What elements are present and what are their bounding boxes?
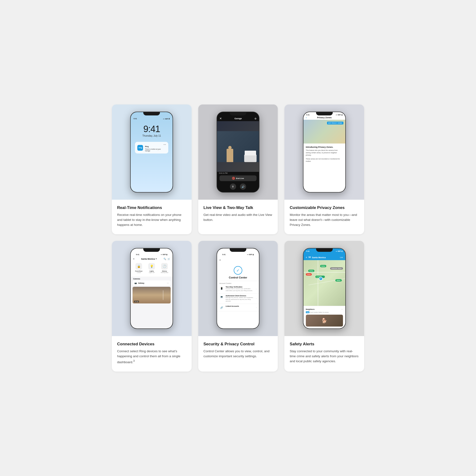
- safety-time: 9:41: [306, 250, 310, 252]
- footnote-marker: 3: [133, 359, 135, 362]
- card-image-notifications: 9:41 ▪▪▪ WiFi ▮ 9:41 Thursday, July 11: [112, 104, 192, 200]
- neighbors-options-icon[interactable]: ···: [341, 308, 343, 310]
- safety-left-nav: ≡ 🗺 Santa Monica: [306, 256, 326, 259]
- privacy-note-text: Exact location hidden for privacy: [310, 311, 329, 313]
- live-timestamp: 9:41:11 PM: [217, 172, 259, 174]
- search-icon[interactable]: 🔍: [164, 258, 166, 260]
- conn-device-list: 🔒 Front Door Locked 💡 Lights Lights Off: [133, 262, 170, 275]
- conn-location-label: Santa Monica ▼: [141, 258, 157, 260]
- authorized-content: Authorized Client Devices Manage the pho…: [226, 295, 254, 302]
- live-close-icon[interactable]: ✕: [220, 117, 222, 120]
- safety-hamburger-icon[interactable]: ≡: [306, 256, 307, 259]
- sec-time: 9:41: [222, 254, 226, 255]
- end-live-label: End Live: [236, 177, 244, 179]
- location-icon: ⊕: [320, 278, 322, 280]
- safety-badge-2: Safety: [308, 270, 315, 272]
- authorized-devices-row[interactable]: 💻 Authorized Client Devices Manage the p…: [217, 293, 259, 304]
- decor-line: [163, 290, 164, 300]
- card-image-live: ✕ Garage ⚙: [198, 104, 278, 200]
- card-desc-notifications: Receive real-time notifications on your …: [117, 213, 186, 227]
- map-background: Safety Safety Unknown Visitor Lost Pet 🐾…: [304, 260, 345, 306]
- camera-row[interactable]: 📷 Hallway ···: [133, 280, 171, 286]
- conn-top-bar: ≡ Santa Monica ▼ 🔍 🛒: [133, 257, 170, 260]
- safety-map-icon[interactable]: 🗺: [308, 256, 311, 259]
- dog-emoji: 🐕: [321, 318, 327, 323]
- person-figure: [227, 149, 233, 162]
- status-icons: ▪▪▪ WiFi ▮: [163, 118, 170, 120]
- conn-item-history[interactable]: 🕐 History Nothing New: [159, 263, 170, 273]
- speaker-button[interactable]: 🔊: [240, 184, 246, 190]
- frontdoor-icon: 🔒: [136, 263, 142, 270]
- sec-status-icons: ▪▪▪ WiFi ▮: [247, 254, 254, 255]
- cart-icon[interactable]: 🛒: [168, 258, 170, 260]
- safety-nav: ≡ 🗺 Santa Monica List: [306, 253, 343, 259]
- live-controls: 🎙 🔊: [217, 182, 259, 192]
- live-location-title: Garage: [235, 117, 242, 120]
- sec-ham-row: ≡: [220, 256, 256, 263]
- phone-icon-symbol: 📵: [232, 177, 235, 179]
- camera-options-icon[interactable]: ···: [167, 282, 169, 284]
- unknown-visitor-badge: Unknown Visitor: [330, 267, 343, 270]
- safety-badge-1: Safety: [320, 265, 326, 267]
- lights-icon: 💡: [148, 263, 155, 270]
- status-bar: 9:41 ▪▪▪ WiFi ▮: [131, 117, 172, 121]
- mute-button[interactable]: 🎙: [230, 184, 236, 190]
- notification-card: ring Ring now There is motion at your Ga…: [135, 142, 168, 153]
- camera-icon: 📷: [135, 282, 137, 284]
- phone-notch: [143, 112, 160, 116]
- card-desc-privacy: Monitor the areas that matter most to yo…: [290, 213, 359, 227]
- privacy-text-1: This feature lets you block the camera f…: [306, 149, 343, 156]
- authorized-arrow-icon: ›: [256, 298, 256, 300]
- neighbor-post-image: 🐕: [306, 315, 343, 326]
- shield-checkmark-icon: ✓: [234, 266, 242, 275]
- conn-status-icons: ▪▪▪ WiFi ▮: [161, 254, 167, 255]
- two-step-row[interactable]: 📱 Two-Step Verification Choose how to re…: [217, 285, 259, 293]
- conn-item-frontdoor[interactable]: 🔒 Front Door Locked: [134, 263, 144, 273]
- phone-live: ✕ Garage ⚙: [217, 112, 259, 192]
- phone-screen-privacy: 9:41 ▪▪▪ WiFi ▮ ‹ Privacy Zones EDIT PRI…: [304, 112, 345, 192]
- two-step-desc: Choose how to receive your verification …: [226, 288, 254, 292]
- end-live-button[interactable]: 📵 End Live: [220, 175, 256, 181]
- neighbors-section: Neighbors ··· ring Exact location hidden…: [304, 306, 345, 328]
- phone-screen-safety: 9:41 ▪▪▪ WiFi ▮ ≡ 🗺 Santa Monica: [304, 249, 345, 328]
- connected-screen: 9:41 ▪▪▪ WiFi ▮ ≡ Santa Monica ▼: [131, 249, 172, 328]
- phone-notch-safety: [316, 249, 333, 252]
- camera-thumbnail: 3s ago: [133, 287, 171, 304]
- lights-status: Lights Off: [149, 272, 154, 273]
- crime-badge: Crime: [306, 273, 312, 276]
- ring-logo-text: ring: [138, 147, 142, 149]
- safety-list-toggle[interactable]: List: [340, 256, 343, 258]
- hamburger-icon[interactable]: ≡: [133, 257, 135, 260]
- account-control-label: Account Control: [217, 281, 259, 285]
- sec-hamburger-icon[interactable]: ≡: [220, 259, 221, 261]
- two-step-content: Two-Step Verification Choose how to rece…: [226, 286, 254, 292]
- privacy-text-2: These areas are not recorded or monitore…: [306, 158, 343, 163]
- card-content-notifications: Real-Time Notifications Receive real-tim…: [112, 200, 192, 234]
- phone-connected: 9:41 ▪▪▪ WiFi ▮ ≡ Santa Monica ▼: [130, 248, 173, 329]
- linked-accounts-row[interactable]: 🔗 Linked Accounts ›: [217, 304, 259, 311]
- edit-privacy-zones-button[interactable]: EDIT PRIVACY ZONES: [327, 122, 343, 124]
- history-status: Nothing New: [161, 272, 169, 273]
- lock-screen-time: 9:41: [143, 124, 160, 134]
- phone-privacy: 9:41 ▪▪▪ WiFi ▮ ‹ Privacy Zones EDIT PRI…: [303, 112, 346, 192]
- camera-info: 📷 Hallway: [135, 282, 144, 284]
- card-image-connected: 9:41 ▪▪▪ WiFi ▮ ≡ Santa Monica ▼: [112, 241, 192, 336]
- dropdown-arrow-icon[interactable]: ▼: [155, 258, 157, 260]
- authorized-icon: 💻: [220, 295, 224, 299]
- card-connected-devices: 9:41 ▪▪▪ WiFi ▮ ≡ Santa Monica ▼: [112, 241, 192, 371]
- privacy-back-button[interactable]: ‹: [306, 116, 307, 119]
- authorized-title: Authorized Client Devices: [226, 295, 254, 297]
- live-person-silhouette: [217, 131, 259, 162]
- safety-status-icons: ▪▪▪ WiFi ▮: [336, 250, 342, 252]
- card-security-privacy: 9:41 ▪▪▪ WiFi ▮ ≡ ✓ Control Center: [198, 241, 278, 371]
- card-safety-alerts: 9:41 ▪▪▪ WiFi ▮ ≡ 🗺 Santa Monica: [284, 241, 364, 371]
- phone-notch-privacy: [316, 112, 333, 116]
- conn-action-icons: 🔍 🛒: [164, 258, 170, 260]
- live-settings-icon[interactable]: ⚙: [255, 117, 256, 120]
- road-horizontal: [304, 272, 345, 272]
- privacy-room-image: EDIT PRIVACY ZONES: [304, 120, 345, 143]
- car-figure: [244, 154, 256, 162]
- conn-status-bar: 9:41 ▪▪▪ WiFi ▮: [133, 253, 170, 256]
- feature-grid: 9:41 ▪▪▪ WiFi ▮ 9:41 Thursday, July 11: [112, 104, 364, 371]
- conn-item-lights[interactable]: 💡 Lights Lights Off: [146, 263, 157, 273]
